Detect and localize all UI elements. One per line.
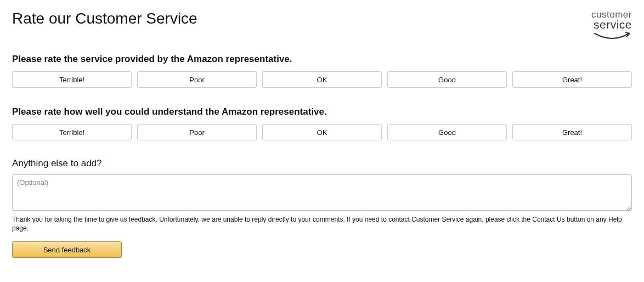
understand-rating-good-button[interactable]: Good (387, 124, 507, 140)
understand-rating-row: Terrible! Poor OK Good Great! (12, 124, 632, 140)
page-title: Rate our Customer Service (12, 10, 197, 27)
service-rating-great-button[interactable]: Great! (512, 71, 632, 88)
understand-rating-great-button[interactable]: Great! (512, 124, 632, 140)
understand-rating-poor-button[interactable]: Poor (137, 124, 257, 140)
service-rating-poor-button[interactable]: Poor (137, 71, 257, 88)
comment-prompt: Anything else to add? (12, 158, 632, 169)
service-rating-good-button[interactable]: Good (387, 71, 507, 88)
customer-service-logo: customer service (591, 10, 632, 44)
understand-rating-terrible-button[interactable]: Terrible! (12, 124, 132, 140)
understand-rating-ok-button[interactable]: OK (262, 124, 382, 140)
service-rating-row: Terrible! Poor OK Good Great! (12, 71, 632, 88)
understand-rating-prompt: Please rate how well you could understan… (12, 106, 632, 117)
service-rating-ok-button[interactable]: OK (262, 71, 382, 88)
send-feedback-button[interactable]: Send feedback (12, 241, 122, 258)
service-rating-terrible-button[interactable]: Terrible! (12, 71, 132, 88)
feedback-note: Thank you for taking the time to give us… (12, 215, 632, 233)
comment-textarea[interactable] (12, 174, 632, 211)
smile-icon (594, 32, 632, 42)
service-rating-prompt: Please rate the service provided by the … (12, 54, 632, 65)
logo-line-2: service (591, 19, 632, 30)
